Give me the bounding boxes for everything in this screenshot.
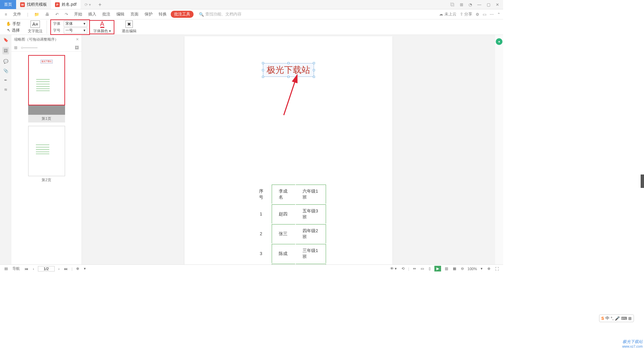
first-page[interactable]: ⏮ (23, 267, 29, 271)
assistant-badge[interactable]: ✦ (496, 38, 502, 45)
size-select[interactable]: 一号▾ (64, 28, 87, 34)
size-label: 字号 (53, 28, 62, 33)
fullscreen-icon[interactable]: ⛶ (494, 267, 500, 271)
tab-sync[interactable]: ⟳ ▾ (80, 0, 95, 9)
exit-edit-button[interactable]: ✖ 退出编辑 (120, 20, 139, 34)
comment-icon[interactable]: 💬 (3, 59, 8, 64)
page-1: 极光下载站 序号李成名六年级1班 1赵四五年级3班 2张三四年级2班 3陈成三年… (184, 36, 392, 264)
font-select[interactable]: 宋体▾ (64, 21, 87, 27)
panel-title: 缩略图（可拖动调整顺序） (14, 37, 58, 42)
document-table: 序号李成名六年级1班 1赵四五年级3班 2张三四年级2班 3陈成三年级1班 4欧… (250, 184, 327, 264)
table-row: 序号李成名六年级1班 (251, 185, 326, 204)
eye-icon[interactable]: 👁 ▾ (389, 266, 398, 271)
thumbnail-page-2[interactable]: 第2页 (28, 126, 65, 184)
search-box[interactable]: 🔍查找功能、文档内容 (199, 11, 241, 17)
right-strip: ✦ (495, 35, 503, 264)
share-button[interactable]: ⇪ 分享 (460, 11, 472, 17)
attachment-icon[interactable]: 📎 (3, 68, 8, 73)
search-icon: 🔍 (199, 12, 204, 17)
table-row: 1赵四五年级3班 (251, 204, 326, 223)
thumb-tool-shot[interactable]: 🖼 (75, 45, 79, 50)
rotate-icon[interactable]: ⟲ (400, 266, 406, 271)
font-color-button[interactable]: A 字体颜色 ▾ (90, 20, 114, 34)
zoom-out[interactable]: ⊖ (460, 266, 465, 271)
font-color-icon: A (100, 21, 104, 28)
play-icon[interactable]: ▶ (434, 266, 441, 271)
exit-icon: ✖ (125, 20, 133, 28)
thumbnail-icon[interactable]: 🖼 (2, 47, 9, 54)
table-row: 3陈成三年级1班 (251, 244, 326, 263)
text-annotate-group[interactable]: A≡ 文字批注 (26, 20, 47, 34)
ribbon: ✋ 手型 ↖ 选择 A≡ 文字批注 字体 宋体▾ 字号 一号▾ A 字体颜色 ▾… (0, 19, 503, 35)
last-page[interactable]: ⏭ (63, 267, 69, 271)
open-icon[interactable]: 📁 (32, 12, 41, 17)
status-bar: ▤ 导航 ⏮ ‹ › ⏭ | ⊕ ▾ 👁 ▾ ⟲ | ⇔ ▭ ▯ ▶ ▥ ▦ ⊖… (0, 264, 503, 272)
table-row: 2张三四年级2班 (251, 224, 326, 243)
tab-add[interactable]: + (95, 2, 105, 8)
tool-mode-group: ✋ 手型 ↖ 选择 (4, 21, 22, 33)
print-icon[interactable]: 🖶 (43, 12, 51, 17)
zoom-dropdown2[interactable]: ▾ (480, 266, 484, 271)
outline-icon[interactable]: ▤ (3, 266, 9, 271)
tab-home[interactable]: 首页 (0, 0, 16, 9)
chevron-down-icon: ▾ (84, 28, 86, 33)
undo-icon[interactable]: ↶ (53, 12, 61, 17)
panel-close[interactable]: ✕ (76, 37, 79, 42)
zoom-value: 100% (468, 267, 477, 271)
thumb-zoom-slider[interactable]: ○───── (21, 45, 38, 50)
menu-start[interactable]: 开始 (72, 11, 84, 17)
chevron-icon[interactable]: ⌃ (497, 12, 500, 17)
tab-file[interactable]: P姓名.pdf (51, 0, 80, 9)
page-input[interactable] (38, 266, 55, 271)
single-page-icon[interactable]: ▯ (428, 266, 432, 271)
font-settings-highlighted: 字体 宋体▾ 字号 一号▾ (50, 19, 90, 35)
signature-icon[interactable]: ✒ (4, 78, 7, 83)
redo-icon[interactable]: ↷ (63, 12, 70, 17)
prev-page[interactable]: ‹ (32, 267, 35, 271)
fit-page-icon[interactable]: ▭ (420, 266, 425, 271)
zoom-dropdown[interactable]: ▾ (83, 266, 87, 271)
grid-icon[interactable]: ⊞ (459, 2, 465, 7)
fit-width-icon[interactable]: ⇔ (412, 266, 417, 271)
more-icon[interactable]: ⋯ (490, 12, 494, 17)
text-annotate-icon: A≡ (31, 20, 40, 28)
minimize-button[interactable]: — (476, 2, 483, 7)
layout-icon[interactable]: ⿻ (449, 2, 456, 7)
bookmark-icon[interactable]: 🔖 (3, 38, 8, 42)
menu-annotate[interactable]: 批注 (100, 11, 112, 17)
next-page[interactable]: › (57, 267, 61, 271)
zoom-fit-icon[interactable]: ⊕ (75, 266, 80, 271)
zoom-in[interactable]: ⊕ (486, 266, 491, 271)
continuous-icon[interactable]: ▥ (444, 266, 449, 271)
menu-icon[interactable]: ≡ (3, 12, 9, 17)
menu-protect[interactable]: 保护 (143, 11, 155, 17)
nav-label[interactable]: 导航 (11, 266, 21, 271)
menu-page[interactable]: 页面 (128, 11, 141, 17)
table-row: 4欧阳名一年级1班 (251, 264, 326, 264)
select-tool[interactable]: ↖ 选择 (7, 28, 20, 33)
thumbnail-panel: 缩略图（可拖动调整顺序）✕ ⊞ ○───── 🖼 极光下载站 第1页 第2页 (11, 35, 82, 264)
panel-icon[interactable]: ▭ (483, 12, 486, 17)
document-canvas[interactable]: 极光下载站 序号李成名六年级1班 1赵四五年级3班 2张三四年级2班 3陈成三年… (82, 35, 495, 264)
menu-file[interactable]: 文件 (11, 11, 23, 17)
menu-annotate-tools[interactable]: 批注工具 (171, 11, 194, 18)
two-page-icon[interactable]: ▦ (452, 266, 457, 271)
layers-icon[interactable]: ≋ (4, 87, 7, 92)
menu-edit[interactable]: 编辑 (114, 11, 126, 17)
settings-icon[interactable]: ⚙ (476, 12, 479, 17)
tab-template[interactable]: W找稻壳模板 (16, 0, 51, 9)
menubar: ≡ 文件 | 📁 🖶 ↶ ↷ 开始 插入 批注 编辑 页面 保护 转换 批注工具… (0, 9, 503, 19)
close-button[interactable]: ✕ (494, 2, 500, 7)
window-controls: ⿻ ⊞ ◔ — ▢ ✕ (449, 2, 503, 7)
wps-icon: W (20, 2, 25, 7)
maximize-button[interactable]: ▢ (485, 2, 492, 7)
font-label: 字体 (53, 21, 62, 26)
cloud-status[interactable]: ☁ 未上云 (439, 11, 456, 17)
hand-tool[interactable]: ✋ 手型 (6, 21, 20, 27)
annotation-arrow (282, 73, 302, 118)
menu-insert[interactable]: 插入 (86, 11, 98, 17)
thumb-tool-add[interactable]: ⊞ (14, 45, 17, 50)
thumbnail-page-1[interactable]: 极光下载站 第1页 (28, 55, 65, 122)
user-icon[interactable]: ◔ (467, 2, 473, 7)
menu-convert[interactable]: 转换 (157, 11, 169, 17)
